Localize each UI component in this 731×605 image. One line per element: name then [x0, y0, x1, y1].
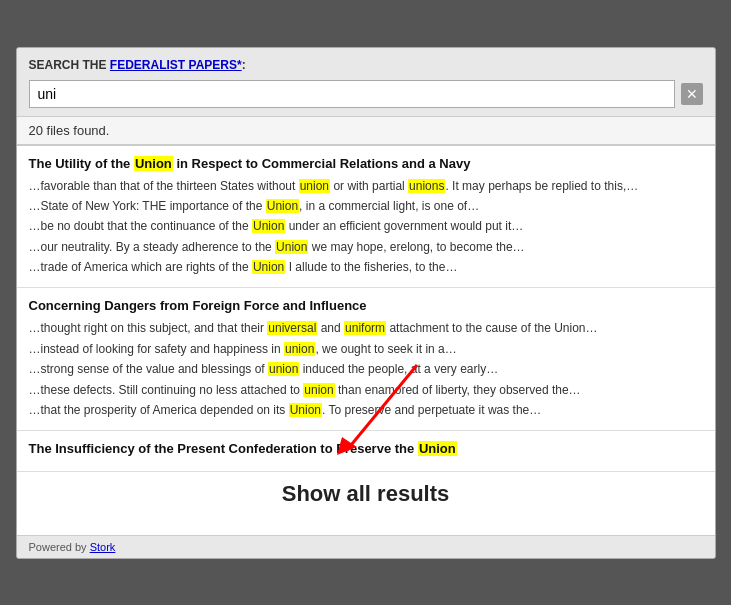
clear-button[interactable]: ✕: [681, 83, 703, 105]
arrow-icon: [287, 355, 467, 475]
show-all-results[interactable]: Show all results: [282, 481, 450, 507]
footer: Powered by Stork: [17, 535, 715, 558]
result-snippets: …favorable than that of the thirteen Sta…: [29, 176, 703, 278]
results-area[interactable]: The Utility of the Union in Respect to C…: [17, 145, 715, 535]
header-suffix: :: [242, 58, 246, 72]
result-title: Concerning Dangers from Foreign Force an…: [29, 298, 703, 313]
header: SEARCH THE FEDERALIST PAPERS*:: [17, 48, 715, 80]
svg-line-0: [347, 365, 417, 450]
search-widget: SEARCH THE FEDERALIST PAPERS*: ✕ 20 file…: [16, 47, 716, 559]
result-block: The Utility of the Union in Respect to C…: [17, 146, 715, 289]
federalist-papers-link[interactable]: FEDERALIST PAPERS*: [110, 58, 242, 72]
results-count: 20 files found.: [17, 116, 715, 145]
footer-prefix: Powered by: [29, 541, 90, 553]
search-input[interactable]: [29, 80, 675, 108]
stork-link[interactable]: Stork: [90, 541, 116, 553]
show-all-label[interactable]: Show all results: [282, 481, 450, 506]
header-prefix: SEARCH THE: [29, 58, 110, 72]
result-title: The Utility of the Union in Respect to C…: [29, 156, 703, 171]
search-row: ✕: [17, 80, 715, 116]
